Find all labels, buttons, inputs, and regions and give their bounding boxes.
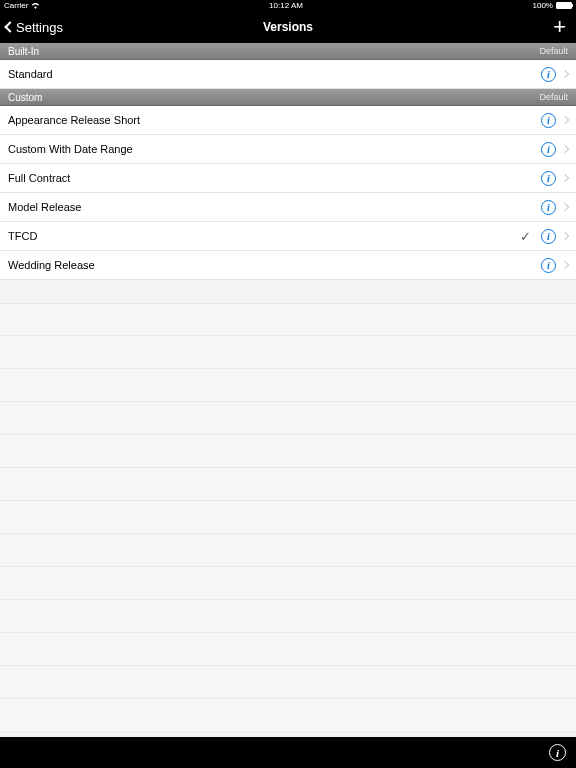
- chevron-right-icon: [561, 261, 569, 269]
- chevron-right-icon: [561, 203, 569, 211]
- empty-row: [0, 303, 576, 336]
- empty-row: [0, 534, 576, 567]
- back-button[interactable]: Settings: [6, 20, 63, 35]
- list-item-label: Custom With Date Range: [8, 143, 541, 155]
- status-time: 10:12 AM: [269, 1, 303, 10]
- empty-row: [0, 699, 576, 732]
- info-icon[interactable]: i: [541, 67, 556, 82]
- content-area: Built-In Default Standard i Custom Defau…: [0, 43, 576, 737]
- empty-row: [0, 336, 576, 369]
- info-icon[interactable]: i: [541, 229, 556, 244]
- section-title: Custom: [8, 92, 42, 103]
- list-item[interactable]: Custom With Date Range i: [0, 135, 576, 164]
- list-item-label: Model Release: [8, 201, 541, 213]
- section-header-custom: Custom Default: [0, 89, 576, 106]
- wifi-icon: [31, 2, 39, 9]
- list-item[interactable]: TFCD ✓ i: [0, 222, 576, 251]
- empty-row: [0, 633, 576, 666]
- section-title: Built-In: [8, 46, 39, 57]
- chevron-right-icon: [561, 116, 569, 124]
- back-label: Settings: [16, 20, 63, 35]
- list-builtin: Standard i: [0, 60, 576, 89]
- chevron-right-icon: [561, 174, 569, 182]
- section-header-builtin: Built-In Default: [0, 43, 576, 60]
- list-item[interactable]: Standard i: [0, 60, 576, 89]
- info-icon[interactable]: i: [541, 113, 556, 128]
- list-item-label: TFCD: [8, 230, 520, 242]
- empty-rows: [0, 303, 576, 732]
- list-item-label: Wedding Release: [8, 259, 541, 271]
- empty-row: [0, 567, 576, 600]
- list-item[interactable]: Model Release i: [0, 193, 576, 222]
- bottom-toolbar: i: [0, 737, 576, 768]
- info-icon[interactable]: i: [549, 744, 566, 761]
- info-icon[interactable]: i: [541, 142, 556, 157]
- page-title: Versions: [263, 20, 313, 34]
- chevron-right-icon: [561, 145, 569, 153]
- battery-label: 100%: [533, 1, 553, 10]
- nav-bar: Settings Versions +: [0, 11, 576, 43]
- list-item[interactable]: Wedding Release i: [0, 251, 576, 280]
- list-item-label: Standard: [8, 68, 541, 80]
- list-item[interactable]: Full Contract i: [0, 164, 576, 193]
- list-item-label: Appearance Release Short: [8, 114, 541, 126]
- list-item-label: Full Contract: [8, 172, 541, 184]
- section-right-label: Default: [539, 92, 568, 102]
- section-right-label: Default: [539, 46, 568, 56]
- list-item[interactable]: Appearance Release Short i: [0, 106, 576, 135]
- chevron-right-icon: [561, 70, 569, 78]
- empty-row: [0, 666, 576, 699]
- empty-row: [0, 600, 576, 633]
- battery-icon: [556, 2, 572, 9]
- chevron-left-icon: [4, 21, 15, 32]
- info-icon[interactable]: i: [541, 258, 556, 273]
- empty-row: [0, 468, 576, 501]
- list-custom: Appearance Release Short i Custom With D…: [0, 106, 576, 280]
- empty-row: [0, 402, 576, 435]
- add-button[interactable]: +: [549, 16, 570, 38]
- status-bar: Carrier 10:12 AM 100%: [0, 0, 576, 11]
- empty-row: [0, 435, 576, 468]
- checkmark-icon: ✓: [520, 229, 531, 244]
- info-icon[interactable]: i: [541, 200, 556, 215]
- empty-row: [0, 501, 576, 534]
- chevron-right-icon: [561, 232, 569, 240]
- carrier-label: Carrier: [4, 1, 28, 10]
- empty-row: [0, 369, 576, 402]
- info-icon[interactable]: i: [541, 171, 556, 186]
